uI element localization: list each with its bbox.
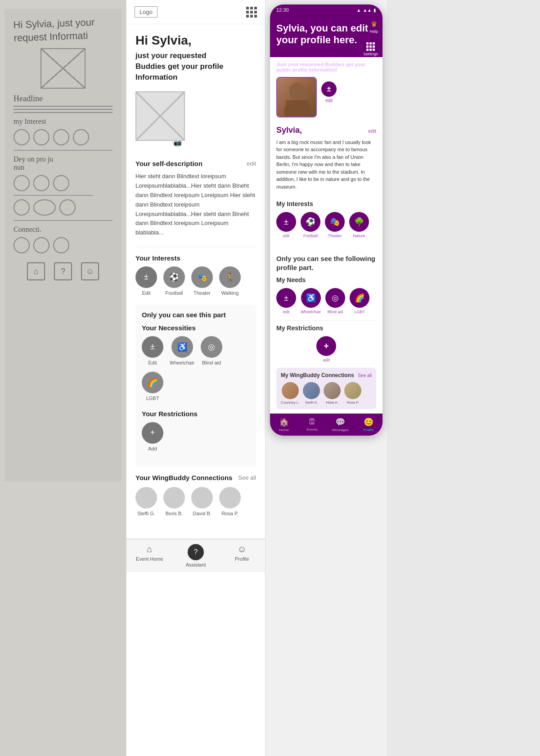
sketch-paper: Hi Sylvia, just your request Informati H…: [4, 9, 122, 482]
wf-conn-rosa-name: Rosa P.: [221, 511, 238, 516]
wf-necessity-edit[interactable]: ± Edit: [142, 336, 163, 365]
wf-conn-rosa: Rosa P.: [219, 487, 241, 516]
wf-necessities-title: Your Necessities: [142, 324, 196, 332]
wf-interest-edit[interactable]: ± Edit: [135, 266, 157, 296]
wf-restriction-add-icon: +: [142, 422, 163, 444]
sketch-line-2: [14, 109, 112, 110]
phone-name-section: Sylvia, edit I am a big rock music fan a…: [270, 126, 382, 201]
phone-panel: 12:30 ▲ ▲▲ ▮ Sylvia, you can edit your p…: [266, 0, 387, 756]
phone-name-edit[interactable]: edit: [368, 128, 376, 134]
wf-nav-event-home-label: Event Home: [136, 556, 163, 562]
phone-help-label: Help: [369, 29, 378, 34]
phone-home-nav-icon: 🏠: [279, 417, 289, 427]
phone-interests-section: My Interests ± edit ⚽ Football 🎭 Theater…: [270, 200, 382, 249]
phone-theater-label: Theater: [328, 234, 342, 238]
phone-need-wheelchair: ♿ Wheelchair: [301, 288, 321, 314]
sketch-bottom-icons: ⌂ ? ☺: [14, 262, 112, 280]
wf-conn-david-avatar: [191, 487, 213, 508]
phone-interest-theater: 🎭 Theater: [325, 212, 345, 238]
wf-private-section: Only you can see this part Your Necessit…: [135, 305, 256, 467]
phone-hero: Sylvia, you can edit your profile here. …: [270, 15, 382, 57]
phone-restriction-add[interactable]: + add: [276, 336, 376, 362]
phone-need-lgbt: 🌈 LGBT: [350, 288, 369, 314]
phone-settings-button[interactable]: Settings: [363, 42, 378, 56]
sketch-question-icon: ?: [54, 262, 72, 280]
wf-camera-icon[interactable]: 📷: [172, 137, 182, 147]
wf-wheelchair-icon: ♿: [171, 336, 193, 358]
phone-frame: 12:30 ▲ ▲▲ ▮ Sylvia, you can edit your p…: [270, 4, 382, 436]
wf-walking-icon: 🚶: [219, 266, 241, 288]
wf-interests-title: Your Interests: [135, 254, 180, 262]
phone-needs-title: My Needs: [276, 276, 376, 284]
wf-body-text: Hier steht dann Blindtext loreipsum Lore…: [135, 172, 256, 238]
phone-blindaid-label: Blind aid: [328, 310, 343, 314]
phone-conn-courtney: Courtney L.: [281, 382, 299, 405]
sketch-headline-label: Headline: [14, 94, 112, 104]
phone-profile-photo-inner: [277, 78, 316, 117]
phone-conn-steffi-avatar: [303, 382, 320, 399]
phone-nav-messages[interactable]: 💬 Messages: [326, 414, 355, 436]
phone-connections-row: Courtney L. Steffi G. Hilde K. Rosa P.: [281, 382, 372, 405]
phone-nav-events[interactable]: 🗓 Events: [298, 414, 327, 436]
phone-need-edit-label: edit: [283, 310, 290, 314]
phone-connections-header: My WingBuddy Connections See all: [281, 372, 372, 378]
wf-menu-icon[interactable]: [246, 7, 257, 18]
wf-self-description-edit[interactable]: edit: [247, 160, 256, 167]
phone-wheelchair-icon: ♿: [301, 288, 321, 308]
phone-interests-title: My Interests: [276, 200, 376, 207]
phone-help-button[interactable]: ♛ Help: [369, 20, 378, 34]
phone-time: 12:30: [276, 7, 289, 13]
wf-interests-row: ± Edit ⚽ Football 🎭 Theater 🚶 Walking: [135, 266, 256, 296]
phone-interest-edit-icon: ±: [276, 212, 296, 232]
wf-profile-nav-icon: ☺: [237, 544, 246, 554]
wf-interest-theater: 🎭 Theater: [191, 266, 213, 296]
wf-blindaid-icon: ◎: [201, 336, 222, 358]
wf-interests-header: Your Interests: [135, 254, 256, 262]
phone-add-label: add: [323, 358, 329, 362]
wf-interest-football: ⚽ Football: [163, 266, 185, 296]
phone-need-edit[interactable]: ± edit: [276, 288, 296, 314]
wf-nav-assistant[interactable]: ? Assistant: [173, 544, 219, 567]
phone-nav-home[interactable]: 🏠 Home: [270, 414, 298, 436]
wf-greeting: Hi Sylvia,: [135, 33, 256, 48]
wf-nav-profile[interactable]: ☺ Profile: [219, 544, 265, 567]
wf-self-description-header: Your self-description edit: [135, 160, 256, 167]
phone-connections-section: My WingBuddy Connections See all Courtne…: [276, 368, 376, 409]
phone-plus-minus-icon: ±: [321, 81, 337, 97]
wf-conn-boris: Boris B.: [163, 487, 185, 516]
phone-connections-title: My WingBuddy Connections: [281, 372, 354, 378]
svg-rect-2: [286, 100, 309, 117]
phone-see-all[interactable]: See all: [358, 373, 372, 378]
phone-conn-hilde: Hilde K.: [324, 382, 341, 405]
wf-necessities-row: ± Edit ♿ Wheelchair ◎ Blind aid 🌈 LGBT: [142, 336, 250, 401]
phone-profile-name: Sylvia,: [276, 126, 302, 135]
wf-nav-assistant-label: Assistant: [186, 562, 206, 567]
phone-wheelchair-label: Wheelchair: [301, 310, 321, 314]
phone-profile-silhouette: [277, 78, 316, 117]
phone-nature-icon: 🌳: [349, 212, 369, 232]
wf-interest-edit-label: Edit: [142, 290, 151, 296]
phone-crown-icon: ♛: [371, 20, 377, 28]
phone-need-edit-icon: ±: [276, 288, 296, 308]
sketch-companions-label: Dey on pro junun: [14, 155, 112, 171]
phone-messages-nav-icon: 💬: [335, 417, 345, 427]
phone-football-icon: ⚽: [301, 212, 320, 232]
wf-subtitle: just your requestedBuddies get your prof…: [135, 50, 256, 82]
wf-restriction-add[interactable]: + Add: [142, 422, 163, 451]
wf-necessity-blindaid: ◎ Blind aid: [201, 336, 222, 365]
wf-lgbt-label: LGBT: [146, 396, 159, 401]
phone-interest-edit[interactable]: ± edit: [276, 212, 296, 238]
wf-see-all[interactable]: See all: [238, 474, 256, 481]
wf-theater-icon: 🎭: [191, 266, 213, 288]
phone-nature-label: Nature: [353, 234, 365, 238]
phone-interest-nature: 🌳 Nature: [349, 212, 369, 238]
phone-need-blindaid: ◎ Blind aid: [325, 288, 345, 314]
wf-self-description-title: Your self-description: [135, 160, 202, 167]
phone-nav-profile[interactable]: 😊 Profile: [355, 414, 383, 436]
phone-edit-photo-button[interactable]: ± edit: [321, 81, 337, 103]
phone-home-nav-label: Home: [279, 428, 289, 432]
wf-restrictions-header: Your Restrictions: [142, 410, 250, 418]
phone-bio: I am a big rock music fan and I usually …: [276, 139, 376, 191]
wf-assistant-nav-icon: ?: [188, 544, 204, 560]
wf-nav-event-home[interactable]: ⌂ Event Home: [126, 544, 173, 567]
